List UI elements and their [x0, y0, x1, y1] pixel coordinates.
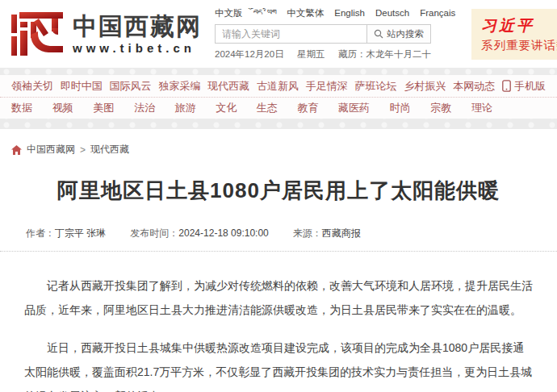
author-value: 丁宗平 张琳	[55, 227, 106, 239]
author-label: 作者：	[26, 227, 55, 239]
article-title: 阿里地区日土县1080户居民用上了太阳能供暖	[0, 177, 557, 205]
nav-item[interactable]: 本网动态	[453, 79, 495, 94]
nav-item-mobile-label: 手机版	[514, 79, 546, 94]
language-link[interactable]: English	[334, 8, 365, 18]
date-line: 2024年12月20日 星期五 藏历：木龙年十月二十	[215, 48, 431, 60]
nav-item[interactable]: 美图	[93, 101, 114, 115]
nav-item[interactable]: 旅游	[175, 101, 196, 115]
search-button[interactable]: 站内搜索	[366, 25, 430, 43]
nav-item[interactable]: 时尚	[390, 101, 411, 115]
home-icon	[11, 145, 22, 155]
meta-author: 作者：丁宗平 张琳	[26, 227, 106, 240]
breadcrumb-separator: >	[80, 144, 86, 156]
nav-item[interactable]: 手足情深	[306, 79, 348, 94]
language-link[interactable]: Français	[420, 8, 455, 18]
site-header: 中国西藏网 www.tibet.cn 中文版བོད་ཡིག中文繁体English…	[0, 0, 557, 68]
breadcrumb-current[interactable]: 现代西藏	[90, 143, 129, 156]
publish-time-label: 发布时间：	[130, 227, 178, 239]
search-icon	[374, 29, 383, 39]
mobile-phone-icon	[502, 80, 511, 92]
breadcrumb-home-link[interactable]: 中国西藏网	[27, 143, 75, 156]
main-navigation: 领袖关切即时中国国际风云独家采编现代西藏古道新风手足情深萨班论坛乡村振兴本网动态…	[0, 75, 557, 119]
nav-item[interactable]: 现代西藏	[207, 79, 249, 94]
xi-speeches-banner[interactable]: 习近平 系列重要讲话数	[471, 9, 557, 60]
source-label: 来源：	[293, 227, 322, 239]
nav-item[interactable]: 藏医药	[338, 101, 370, 115]
language-link[interactable]: Deutsch	[375, 8, 409, 18]
weekday: 星期五	[297, 48, 325, 60]
language-link[interactable]: བོད་ཡིག	[253, 8, 277, 18]
nav-item[interactable]: 领袖关切	[11, 79, 53, 94]
gregorian-date: 2024年12月20日	[215, 48, 284, 60]
nav-item-mobile-version[interactable]: 手机版	[502, 79, 546, 94]
meta-source: 来源：西藏商报	[293, 227, 361, 240]
nav-item[interactable]: 视频	[52, 101, 73, 115]
nav-item[interactable]: 即时中国	[61, 79, 103, 94]
banner-title: 习近平	[481, 15, 557, 36]
nav-item[interactable]: 古道新风	[257, 79, 299, 94]
article-paragraph: 近日，西藏开投日土县城集中供暖热源改造项目建设完成，该项目的完成为全县1080户…	[24, 336, 533, 392]
meta-publish-time: 发布时间：2024-12-18 09:10:00	[130, 227, 268, 240]
nav-item[interactable]: 乡村振兴	[404, 79, 446, 94]
nav-item[interactable]: 生态	[257, 101, 278, 115]
nav-item[interactable]: 文化	[216, 101, 237, 115]
site-search: 站内搜索	[215, 24, 431, 44]
site-logo[interactable]: 中国西藏网 www.tibet.cn	[11, 12, 202, 56]
banner-subtitle: 系列重要讲话数	[481, 38, 557, 53]
nav-item[interactable]: 法治	[134, 101, 155, 115]
language-link[interactable]: 中文繁体	[287, 7, 324, 19]
tibetan-calendar-date: 藏历：木龙年十月二十	[338, 48, 431, 60]
nav-item[interactable]: 理论	[471, 101, 492, 115]
site-name: 中国西藏网	[73, 13, 202, 40]
nav-pattern-band: 领袖关切即时中国国际风云独家采编现代西藏古道新风手足情深萨班论坛乡村振兴本网动态…	[0, 68, 557, 129]
search-input[interactable]	[216, 25, 366, 43]
header-middle: 中文版བོད་ཡིག中文繁体EnglishDeutschFrançais 站内搜…	[215, 7, 431, 60]
nav-item[interactable]: 教育	[297, 101, 318, 115]
article-body: 记者从西藏开投集团了解到，为减少对传统燃料的依赖，改善大气环境和人居环境，提升居…	[0, 252, 557, 392]
site-url: www.tibet.cn	[73, 41, 202, 55]
search-button-label: 站内搜索	[387, 28, 424, 40]
tibet-net-emblem-icon	[11, 12, 63, 56]
site-wordmark: 中国西藏网 www.tibet.cn	[73, 13, 202, 55]
nav-item[interactable]: 萨班论坛	[355, 79, 397, 94]
nav-row-primary: 领袖关切即时中国国际风云独家采编现代西藏古道新风手足情深萨班论坛乡村振兴本网动态…	[0, 75, 557, 97]
article-paragraph: 记者从西藏开投集团了解到，为减少对传统燃料的依赖，改善大气环境和人居环境，提升居…	[24, 273, 533, 322]
publish-time-value: 2024-12-18 09:10:00	[178, 227, 268, 239]
nav-item[interactable]: 独家采编	[158, 79, 200, 94]
nav-item[interactable]: 宗教	[430, 101, 451, 115]
language-link[interactable]: 中文版	[215, 7, 243, 19]
nav-item[interactable]: 数据	[11, 101, 32, 115]
source-value[interactable]: 西藏商报	[322, 227, 361, 239]
article-meta: 作者：丁宗平 张琳 发布时间：2024-12-18 09:10:00 来源：西藏…	[0, 227, 557, 240]
nav-row-secondary: 数据视频美图法治旅游文化生态教育藏医药时尚宗教理论	[0, 97, 557, 119]
language-switcher: 中文版བོད་ཡིག中文繁体EnglishDeutschFrançais	[215, 7, 431, 19]
nav-item[interactable]: 国际风云	[110, 79, 152, 94]
breadcrumb: 中国西藏网 > 现代西藏	[0, 129, 557, 161]
